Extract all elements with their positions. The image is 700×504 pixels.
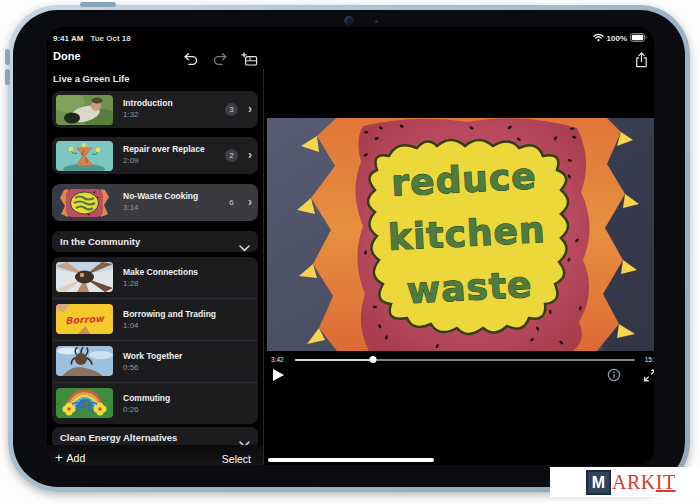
plus-icon: + <box>55 453 63 463</box>
watermark-text: ARKIT <box>612 471 676 494</box>
wifi-icon <box>593 33 604 44</box>
info-icon[interactable] <box>607 368 621 386</box>
video-title-line-3: waste <box>406 264 534 312</box>
sidebar-divider <box>263 69 264 465</box>
chevron-right-icon: › <box>248 102 252 116</box>
fullscreen-icon[interactable] <box>643 368 654 387</box>
borrowing-thumbnail: Borrow <box>56 304 113 334</box>
elapsed-time: 3:42 <box>271 356 284 363</box>
volume-up-button <box>5 49 10 65</box>
work-together-thumbnail <box>56 346 113 376</box>
ipad-device-frame: 9:41 AMTue Oct 18 100% Done <box>8 5 690 492</box>
clip-sidebar: Live a Green Life <box>47 67 263 465</box>
front-camera <box>345 16 354 25</box>
player-controls <box>267 366 654 386</box>
chevron-right-icon: › <box>248 195 252 209</box>
clip-title: Make Connections <box>123 267 198 277</box>
share-icon[interactable] <box>635 52 648 72</box>
section-header-label: Clean Energy Alternatives <box>60 432 177 443</box>
status-bar: 9:41 AMTue Oct 18 100% <box>53 32 647 44</box>
clock: 9:41 AM <box>53 34 83 43</box>
top-button <box>80 2 116 7</box>
clip-count-badge: 2 <box>225 149 238 162</box>
clip-row-commuting[interactable]: Commuting 0:26 <box>52 382 258 424</box>
clip-row-repair-over-replace[interactable]: Repair over Replace 2:09 2 › <box>52 137 258 174</box>
status-right: 100% <box>593 33 647 44</box>
no-waste-cooking-thumbnail <box>56 188 113 218</box>
video-title-line-1: reduce <box>390 155 537 204</box>
community-clip-group: Make Connections 1:28 Borrow <box>52 257 258 424</box>
screen: 9:41 AMTue Oct 18 100% Done <box>47 27 654 465</box>
watermark: M ARKIT <box>550 467 700 497</box>
date: Tue Oct 18 <box>90 34 130 43</box>
make-connections-thumbnail <box>56 262 113 292</box>
add-button-label: Add <box>67 452 86 464</box>
clip-count-badge: 6 <box>225 196 238 209</box>
scrubber-handle[interactable] <box>370 356 377 363</box>
bezel: 9:41 AMTue Oct 18 100% Done <box>13 10 685 487</box>
clip-row-borrowing-and-trading[interactable]: Borrow Borrowing and Trading 1:04 <box>52 298 258 340</box>
total-time: 15:34 <box>645 356 654 363</box>
clip-duration: 1:28 <box>123 279 139 288</box>
mic-dot <box>375 20 378 23</box>
clip-title: No-Waste Cooking <box>123 191 198 201</box>
clip-count-badge: 3 <box>225 103 238 116</box>
clip-duration: 1:32 <box>123 110 139 119</box>
clip-title: Work Together <box>123 351 182 361</box>
scrubber-track[interactable] <box>295 359 635 361</box>
done-button[interactable]: Done <box>53 50 81 62</box>
section-header-live-a-green-life: Live a Green Life <box>53 73 130 84</box>
volume-down-button <box>5 69 10 85</box>
clip-duration: 0:56 <box>123 363 139 372</box>
clip-duration: 1:04 <box>123 321 139 330</box>
clip-title: Repair over Replace <box>123 144 205 154</box>
sidebar-footer: + Add Select <box>47 445 263 465</box>
chevron-right-icon: › <box>248 148 252 162</box>
select-button[interactable]: Select <box>222 453 251 465</box>
home-indicator[interactable] <box>268 458 434 463</box>
playback-timeline: 3:42 15:34 <box>267 354 654 365</box>
clip-title: Commuting <box>123 393 170 403</box>
clip-duration: 0:26 <box>123 405 139 414</box>
screenshot-stage: 9:41 AMTue Oct 18 100% Done <box>0 0 700 504</box>
clip-title: Borrowing and Trading <box>123 309 216 319</box>
clip-title: Introduction <box>123 98 173 108</box>
status-left: 9:41 AMTue Oct 18 <box>53 34 131 43</box>
chevron-down-icon <box>239 238 250 256</box>
repair-thumbnail <box>56 141 113 171</box>
clip-row-make-connections[interactable]: Make Connections 1:28 <box>52 257 258 298</box>
clip-row-introduction[interactable]: Introduction 1:32 3 › <box>52 91 258 128</box>
commuting-thumbnail <box>56 388 113 418</box>
scrubber-played <box>295 359 373 361</box>
introduction-thumbnail <box>56 95 113 125</box>
play-button[interactable] <box>273 369 284 381</box>
battery-percent: 100% <box>607 34 627 43</box>
video-title-line-2: kitchen <box>387 209 546 258</box>
watermark-m-logo: M <box>586 470 611 495</box>
clip-row-no-waste-cooking[interactable]: No-Waste Cooking 3:14 6 › <box>52 184 258 221</box>
clip-duration: 3:14 <box>123 203 139 212</box>
battery-icon <box>630 33 647 44</box>
clip-duration: 2:09 <box>123 156 139 165</box>
clip-row-work-together[interactable]: Work Together 0:56 <box>52 340 258 382</box>
add-button[interactable]: + Add <box>55 452 85 464</box>
video-frame[interactable]: reduce kitchen waste <box>267 118 654 351</box>
section-header-label: In the Community <box>60 236 140 247</box>
section-header-in-the-community[interactable]: In the Community <box>52 231 258 252</box>
